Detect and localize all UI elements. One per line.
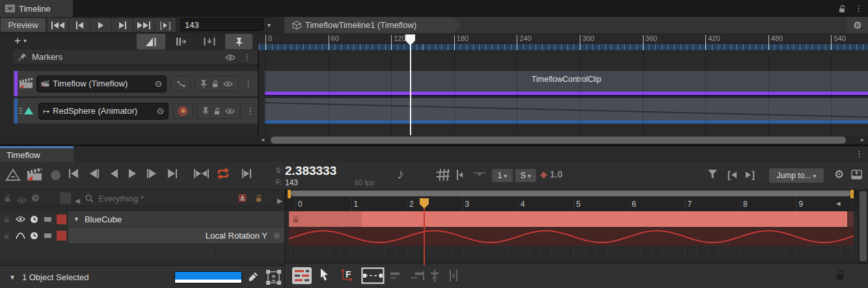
previous-key-button[interactable]: [90, 169, 99, 178]
track-curves-button[interactable]: [171, 76, 191, 92]
next-frame-button[interactable]: [112, 18, 133, 32]
foldout-arrow-icon[interactable]: ▼: [9, 274, 16, 281]
track-menu-icon[interactable]: ⋮: [244, 79, 252, 88]
play-forward-button[interactable]: [129, 169, 136, 178]
timeflow-playhead[interactable]: [420, 198, 429, 265]
property-value-dot[interactable]: [274, 233, 280, 239]
tab-timeline[interactable]: Timeline: [0, 0, 73, 17]
next-key-button[interactable]: [147, 169, 156, 178]
scroll-thumb[interactable]: [271, 137, 846, 144]
timeline-playhead[interactable]: [405, 34, 415, 135]
pin-icon[interactable]: [202, 107, 209, 115]
flatten-icon[interactable]: [474, 172, 485, 178]
markers-menu-icon[interactable]: ⋮: [243, 53, 251, 61]
dopesheet-view-button[interactable]: [292, 267, 312, 284]
playhead-handle[interactable]: [420, 198, 429, 209]
color-swatch[interactable]: [174, 271, 242, 283]
expand-right-icon[interactable]: ▸: [277, 194, 282, 207]
settings-gear-icon[interactable]: ⚙: [834, 168, 844, 181]
snap-marker-icon[interactable]: [457, 170, 463, 180]
next-bracket-button[interactable]: ]: [746, 169, 755, 180]
row-clock-icon[interactable]: [27, 211, 40, 227]
save-icon[interactable]: [238, 193, 247, 205]
play-range-button[interactable]: []: [155, 18, 176, 32]
search-filter-text[interactable]: Everything *: [98, 194, 144, 203]
markers-row[interactable]: Markers ⋮: [13, 50, 258, 65]
timeflow-control-clip[interactable]: TimeflowControlClip: [265, 71, 868, 96]
timeflow-ruler[interactable]: 0123456789 ◂: [285, 197, 858, 211]
animation-clip[interactable]: [265, 98, 868, 124]
mode-dropdown[interactable]: S▾: [515, 169, 536, 182]
unlock-icon[interactable]: [838, 4, 846, 16]
range-start-handle[interactable]: [288, 190, 291, 198]
target-picker-icon[interactable]: ⊙: [157, 106, 164, 116]
distribute-icon[interactable]: [429, 269, 440, 282]
snap-increment-dropdown[interactable]: 1▾: [492, 169, 513, 182]
mix-mode-button[interactable]: [137, 34, 165, 49]
row-color-icon[interactable]: [55, 211, 68, 227]
replace-mode-button[interactable]: [195, 34, 224, 49]
go-to-end-button[interactable]: [133, 18, 154, 32]
lock-icon[interactable]: [211, 80, 219, 88]
track-header-timeflow[interactable]: Timeflow (Timeflow) ⊙ ⋮: [13, 71, 258, 96]
go-to-start-button[interactable]: [47, 18, 68, 32]
row-dash-icon[interactable]: [41, 228, 54, 243]
go-to-start-button[interactable]: [69, 169, 78, 178]
timeline-ruler[interactable]: 060120180240300360420480540: [258, 33, 868, 50]
panel-layout-icon[interactable]: [851, 170, 862, 179]
jump-to-button[interactable]: Jump to...▾: [769, 168, 824, 183]
frame-number-field[interactable]: 143: [180, 18, 264, 31]
playhead-handle[interactable]: [405, 34, 415, 46]
row-color-icon[interactable]: [55, 228, 68, 243]
select-cursor-icon[interactable]: [319, 268, 329, 281]
lock-icon[interactable]: [4, 193, 11, 205]
target-picker-icon[interactable]: ⊙: [155, 79, 162, 88]
prev-bracket-button[interactable]: [: [727, 169, 737, 180]
pin-button[interactable]: [225, 34, 252, 49]
color-box-icon[interactable]: [60, 192, 71, 206]
play-button[interactable]: [90, 18, 111, 32]
previous-frame-button[interactable]: [69, 18, 90, 32]
track-name-field-redsphere[interactable]: ↦ RedSphere (Animator) ⊙: [38, 103, 169, 120]
row-lock-icon[interactable]: [0, 211, 13, 227]
align-left-icon[interactable]: [390, 271, 405, 280]
breadcrumb[interactable]: TimeflowTimeline1 (Timeflow): [284, 17, 461, 33]
transform-f-icon[interactable]: F: [340, 268, 355, 282]
eye-icon[interactable]: [223, 81, 233, 87]
track-header-redsphere[interactable]: ↦ RedSphere (Animator) ⊙ ⋮: [13, 98, 258, 124]
record-toggle-icon[interactable]: [51, 170, 61, 180]
foldout-arrow-icon[interactable]: ▼: [74, 216, 79, 222]
scroll-right-icon[interactable]: ▸: [861, 136, 864, 143]
pin-icon[interactable]: [200, 79, 207, 88]
lock-icon[interactable]: [213, 107, 221, 115]
scroll-left-icon[interactable]: ◂: [261, 136, 264, 143]
property-row-local-rotation-y[interactable]: Local Rotation Y: [0, 227, 284, 243]
timeflow-hscrollbar[interactable]: [285, 190, 858, 197]
scroll-thumb[interactable]: [860, 191, 867, 261]
clip-edit-icon[interactable]: [26, 168, 43, 181]
markers-eye-icon[interactable]: [225, 53, 236, 63]
scroll-thumb[interactable]: [291, 190, 850, 196]
box-select-button[interactable]: [361, 267, 385, 284]
tab-timeflow[interactable]: Timeflow: [0, 146, 74, 162]
lock-filter-icon[interactable]: [255, 193, 262, 205]
frame-field-dropdown-icon[interactable]: ▾: [267, 21, 271, 29]
key-range-button[interactable]: [194, 169, 209, 178]
jump-end-button[interactable]: [242, 169, 251, 178]
curve-band[interactable]: [289, 228, 854, 246]
ruler-end-marker-icon[interactable]: ◂: [836, 198, 841, 208]
play-backward-button[interactable]: [111, 169, 118, 178]
center-icon[interactable]: [449, 270, 458, 281]
eye-icon[interactable]: [225, 108, 235, 114]
timeflow-menu-icon[interactable]: ⋮: [855, 150, 863, 158]
timeflow-vscrollbar[interactable]: [858, 190, 868, 263]
row-clock-icon[interactable]: [27, 228, 40, 243]
row-dash-icon[interactable]: [41, 211, 54, 227]
eye-icon[interactable]: [17, 194, 27, 206]
eyedropper-icon[interactable]: [249, 272, 258, 283]
ripple-mode-button[interactable]: [168, 34, 194, 49]
grid-snap-icon[interactable]: [436, 169, 450, 181]
collapse-left-icon[interactable]: ◂: [75, 194, 80, 207]
row-eye-icon[interactable]: [14, 211, 27, 227]
track-name-field-timeflow[interactable]: Timeflow (Timeflow) ⊙: [36, 75, 167, 92]
